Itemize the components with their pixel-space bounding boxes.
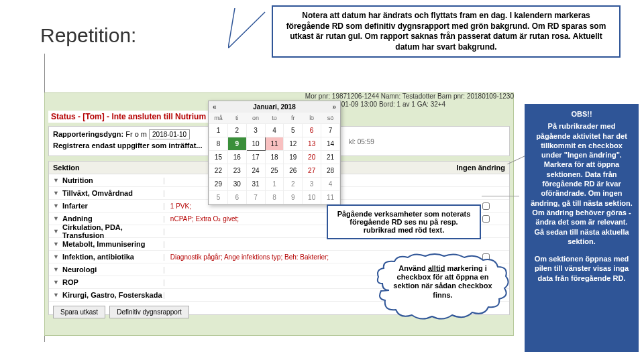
section-row[interactable]: ▼Metabolt, Immunisering|	[49, 238, 509, 251]
calendar-day[interactable]: 7	[321, 124, 340, 137]
cloud-text: Använd alltid markering i checkbox för a…	[390, 264, 495, 300]
expand-icon[interactable]: ▼	[53, 292, 62, 298]
calendar-day[interactable]: 2	[227, 124, 246, 137]
date-input[interactable]: 2018-01-10	[149, 129, 190, 139]
section-name: Nutrition	[62, 176, 163, 184]
cal-prev[interactable]: «	[213, 103, 217, 111]
red-text-callout: Pågående verksamheter som noterats föreg…	[327, 204, 481, 239]
calendar-day[interactable]: 19	[284, 151, 303, 164]
section-name: Andning	[62, 215, 163, 223]
calendar-day[interactable]: 4	[321, 178, 340, 191]
callout-leader	[228, 8, 275, 48]
save-draft-button[interactable]: Spara utkast	[53, 306, 105, 318]
calendar-day[interactable]: 27	[303, 164, 321, 178]
col-sektion: Sektion	[53, 164, 164, 172]
rap-line2: Registrera endast uppgifter som inträffa…	[53, 141, 202, 149]
calendar-day[interactable]: 10	[246, 137, 265, 151]
expand-icon[interactable]: ▼	[53, 279, 62, 286]
calendar-day[interactable]: 3	[303, 178, 321, 191]
expand-icon[interactable]: ▼	[53, 228, 62, 235]
final-report-button[interactable]: Definitiv dygnsrapport	[109, 306, 189, 318]
section-note: nCPAP; Extra O₂ givet;	[170, 215, 239, 223]
calendar-day[interactable]: 4	[265, 124, 284, 137]
calendar-day[interactable]: 17	[246, 151, 265, 164]
calendar-day[interactable]: 23	[227, 164, 246, 178]
section-note: Diagnostik pågår; Ange infektions typ; B…	[170, 253, 329, 261]
section-name: Neurologi	[62, 265, 163, 274]
calendar-day[interactable]: 8	[209, 137, 228, 151]
callout-line	[482, 196, 519, 196]
calendar-popup: « Januari, 2018 » måtiontofrlösö 1234567…	[208, 101, 341, 205]
calendar-day[interactable]: 20	[303, 151, 321, 164]
cal-next[interactable]: »	[332, 103, 336, 111]
section-name: Infektion, antibiotika	[62, 253, 163, 261]
dow-cell: ti	[227, 113, 246, 124]
calendar-day[interactable]: 9	[227, 137, 246, 151]
no-change-checkbox[interactable]	[482, 202, 490, 210]
right-p1: På rubrikrader med pågående aktivitet ha…	[530, 121, 633, 246]
calendar-day[interactable]: 30	[227, 178, 246, 191]
expand-icon[interactable]: ▼	[53, 241, 62, 247]
expand-icon[interactable]: ▼	[53, 177, 62, 184]
calendar-day[interactable]: 14	[321, 137, 340, 151]
calendar-day[interactable]: 7	[246, 191, 265, 204]
section-name: Tillväxt, Omvårdnad	[62, 189, 163, 197]
calendar-day[interactable]: 18	[265, 151, 284, 164]
calendar-day[interactable]: 13	[303, 137, 321, 151]
dow-cell: sö	[321, 113, 340, 124]
calendar-day[interactable]: 16	[227, 151, 246, 164]
calendar-day[interactable]: 21	[321, 151, 340, 164]
section-name: Metabolt, Immunisering	[62, 240, 163, 248]
cal-title: Januari, 2018	[253, 103, 295, 111]
calendar-day[interactable]: 11	[265, 137, 284, 151]
patient-line1: Mor pnr: 19871206-1244 Namn: Testadotter…	[305, 93, 514, 101]
section-name: Cirkulation, PDA, Transfusion	[62, 223, 163, 239]
calendar-day[interactable]: 25	[265, 164, 284, 178]
calendar-day[interactable]: 1	[209, 124, 228, 137]
dow-cell: to	[265, 113, 284, 124]
obs-label: OBS!!	[530, 109, 633, 119]
calendar-day[interactable]: 1	[265, 178, 284, 191]
expand-icon[interactable]: ▼	[53, 266, 62, 273]
slide-title: Repetition:	[40, 24, 136, 47]
calendar-day[interactable]: 6	[227, 191, 246, 204]
dow-cell: lö	[303, 113, 321, 124]
expand-icon[interactable]: ▼	[53, 253, 62, 260]
calendar-day[interactable]: 11	[321, 191, 340, 204]
calendar-day[interactable]: 6	[303, 124, 321, 137]
calendar-day[interactable]: 10	[303, 191, 321, 204]
dow-cell: on	[246, 113, 265, 124]
expand-icon[interactable]: ▼	[53, 190, 62, 196]
right-p2: Om sektionen öppnas med pilen till vänst…	[530, 254, 633, 283]
calendar-day[interactable]: 8	[265, 191, 284, 204]
top-callout: Notera att datum har ändrats och flyttat…	[272, 5, 621, 58]
expand-icon[interactable]: ▼	[53, 202, 62, 209]
calendar-grid: måtiontofrlösö 1234567891011121314151617…	[209, 113, 340, 204]
right-info-panel: OBS!! På rubrikrader med pågående aktivi…	[525, 104, 639, 352]
calendar-day[interactable]: 28	[321, 164, 340, 178]
calendar-day[interactable]: 24	[246, 164, 265, 178]
cloud-callout: Använd alltid markering i checkbox för a…	[376, 253, 510, 320]
calendar-day[interactable]: 12	[284, 137, 303, 151]
calendar-day[interactable]: 31	[246, 178, 265, 191]
section-name: ROP	[62, 278, 163, 286]
section-name: Kirurgi, Gastro, Fosterskada	[62, 291, 163, 299]
calendar-day[interactable]: 22	[209, 164, 228, 178]
calendar-day[interactable]: 2	[284, 178, 303, 191]
no-change-checkbox[interactable]	[482, 215, 490, 223]
dow-cell: må	[209, 113, 228, 124]
calendar-day[interactable]: 29	[209, 178, 228, 191]
section-name: Infarter	[62, 202, 163, 210]
calendar-day[interactable]: 15	[209, 151, 228, 164]
calendar-day[interactable]: 26	[284, 164, 303, 178]
time-hint: kl: 05:59	[349, 138, 374, 145]
calendar-day[interactable]: 5	[284, 124, 303, 137]
expand-icon[interactable]: ▼	[53, 215, 62, 222]
calendar-day[interactable]: 3	[246, 124, 265, 137]
calendar-day[interactable]: 5	[209, 191, 228, 204]
rap-from: Fr o m	[125, 130, 147, 138]
rap-label: Rapporteringsdygn:	[53, 130, 123, 138]
dow-cell: fr	[284, 113, 303, 124]
calendar-day[interactable]: 9	[284, 191, 303, 204]
section-note: 1 PVK;	[170, 202, 191, 210]
